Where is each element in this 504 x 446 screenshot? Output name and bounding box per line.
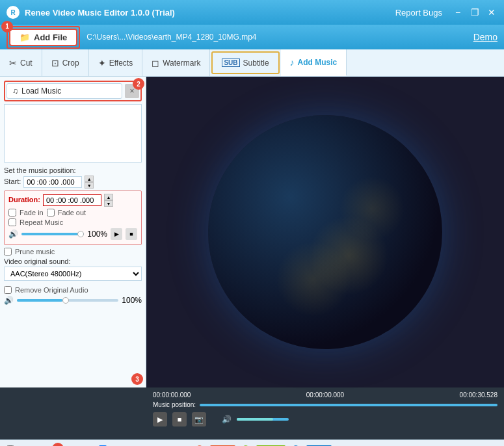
video-volume-row: 🔊 100% (4, 296, 142, 305)
encoding-options-row: Force video re-encoding Enable GPU Accel… (7, 443, 497, 446)
fade-out-checkbox[interactable] (47, 209, 55, 216)
restore-button[interactable]: ❐ (469, 7, 481, 18)
video-volume-slider[interactable] (17, 299, 118, 302)
effects-icon: ✦ (98, 58, 106, 68)
volume-icon-main: 🔊 (222, 415, 232, 424)
start-spin-up[interactable]: ▲ (85, 176, 94, 182)
report-bugs-link[interactable]: Report Bugs (395, 8, 442, 18)
start-time-input[interactable] (23, 176, 82, 188)
music-position-label: Set the music position: (4, 166, 142, 174)
tab-cut[interactable]: ✂ Cut (0, 49, 42, 76)
start-label: Start: (4, 177, 21, 185)
time-mid: 00:00:00.000 (306, 391, 344, 399)
tab-watermark[interactable]: ◻ Watermark (142, 49, 210, 76)
close-button[interactable]: ✕ (486, 7, 497, 18)
timeline-bar: 00:00:00.000 00:00:00.000 00:00:30.528 M… (0, 387, 504, 439)
remove-audio-row: Remove Original Audio (4, 286, 142, 294)
time-start: 00:00:00.000 (153, 391, 191, 399)
tab-crop-label: Crop (62, 59, 79, 68)
repeat-music-checkbox[interactable] (8, 218, 16, 226)
remove-original-audio-label: Remove Original Audio (15, 286, 88, 294)
prune-row: Prune music (4, 248, 142, 256)
video-volume-icon: 🔊 (4, 296, 14, 305)
file-path: C:\Users\...\Videos\earth_MP4_1280_10MG.… (86, 33, 256, 42)
video-volume-percent: 100% (122, 296, 142, 305)
music-volume-slider[interactable] (21, 233, 84, 235)
duration-spin-up[interactable]: ▲ (104, 194, 113, 200)
stop-button[interactable]: ■ (172, 412, 187, 426)
repeat-music-label: Repeat Music (20, 218, 63, 226)
stop-mini-button[interactable]: ■ (126, 228, 137, 240)
title-bar: R Renee Video Music Editor 1.0.0 (Trial)… (0, 0, 504, 25)
fade-in-label: Fade in (20, 209, 44, 216)
title-bar-left: R Renee Video Music Editor 1.0.0 (Trial) (7, 6, 175, 19)
repeat-music-row: Repeat Music (8, 218, 137, 226)
tab-add-music[interactable]: ♪ Add Music (281, 49, 347, 76)
cut-icon: ✂ (9, 58, 17, 68)
tab-subtitle-label: Subtitle (243, 59, 269, 68)
screenshot-button[interactable]: 📷 (192, 412, 206, 426)
window-controls: − ❐ ✕ (452, 7, 497, 18)
tab-crop[interactable]: ⊡ Crop (42, 49, 89, 76)
prune-music-checkbox[interactable] (4, 248, 12, 256)
play-button[interactable]: ▶ (153, 412, 167, 426)
main-layout: 2 ♫ Load Music × Set the music position:… (0, 77, 504, 387)
load-music-label: Load Music (21, 86, 61, 96)
duration-spin: ▲ ▼ (104, 194, 113, 207)
step-number-3: 3 (131, 373, 143, 385)
duration-spin-down[interactable]: ▼ (104, 200, 113, 207)
remove-original-audio-checkbox[interactable] (4, 286, 12, 294)
start-row: Start: ▲ ▼ (4, 176, 142, 189)
video-globe (208, 115, 442, 349)
step-number-2: 2 (133, 78, 144, 90)
demo-link[interactable]: Demo (473, 32, 497, 42)
minimize-button[interactable]: − (452, 7, 464, 18)
music-volume-row: 🔊 100% ▶ ■ (8, 228, 137, 240)
music-note-icon: ♫ (12, 86, 18, 96)
duration-label: Duration: (8, 196, 40, 203)
app-title: Renee Video Music Editor 1.0.0 (Trial) (25, 8, 175, 18)
duration-time-input[interactable] (43, 194, 101, 206)
start-spin: ▲ ▼ (85, 176, 94, 189)
tab-watermark-label: Watermark (163, 59, 200, 68)
music-position-track[interactable] (200, 404, 497, 406)
time-markers: 00:00:00.000 00:00:00.000 00:00:30.528 (7, 391, 497, 399)
volume-icon: 🔊 (8, 230, 18, 239)
bottom-options: 4 Force video re-encoding Enable GPU Acc… (0, 439, 504, 446)
start-spin-down[interactable]: ▼ (85, 182, 94, 189)
music-volume-percent: 100% (87, 230, 107, 239)
toolbar-top: 1 📁 Add File C:\Users\...\Videos\earth_M… (0, 25, 504, 49)
audio-format-select[interactable]: AAC(Stereo 48000Hz) (4, 267, 142, 281)
subtitle-icon: SUB (222, 59, 239, 67)
watermark-icon: ◻ (152, 58, 159, 68)
time-end: 00:00:30.528 (460, 391, 497, 399)
add-music-icon: ♪ (290, 57, 295, 68)
load-music-button[interactable]: ♫ Load Music (7, 83, 122, 99)
duration-section: Duration: ▲ ▼ Fade in Fade out Repeat Mu… (4, 190, 142, 245)
tab-effects-label: Effects (109, 59, 133, 68)
video-original-sound-label: Video original sound: (4, 257, 142, 265)
nav-tabs: ✂ Cut ⊡ Crop ✦ Effects ◻ Watermark SUB S… (0, 49, 504, 77)
fade-out-label: Fade out (58, 209, 86, 216)
tab-subtitle[interactable]: SUB Subtitle (211, 51, 279, 74)
tab-add-music-label: Add Music (298, 58, 338, 67)
music-position-label: Music position: (153, 401, 196, 408)
app-icon: R (7, 6, 20, 19)
duration-row: Duration: ▲ ▼ (8, 194, 137, 207)
crop-icon: ⊡ (51, 58, 59, 68)
music-list-area (4, 104, 142, 163)
controls-row: ▶ ■ 📷 🔊 (153, 412, 497, 426)
fade-row: Fade in Fade out (8, 209, 137, 216)
globe-lights (208, 115, 442, 349)
load-music-bar: ♫ Load Music × (4, 81, 142, 101)
music-position-row: Music position: (7, 401, 497, 408)
step-number-1: 1 (1, 21, 13, 33)
play-mini-button[interactable]: ▶ (111, 228, 122, 240)
prune-music-label: Prune music (15, 248, 55, 256)
folder-icon: 📁 (20, 33, 30, 42)
fade-in-checkbox[interactable] (8, 209, 16, 216)
add-file-button[interactable]: 📁 Add File (9, 29, 77, 46)
volume-slider[interactable] (237, 418, 289, 421)
tab-effects[interactable]: ✦ Effects (89, 49, 142, 76)
add-file-label: Add File (34, 33, 67, 42)
